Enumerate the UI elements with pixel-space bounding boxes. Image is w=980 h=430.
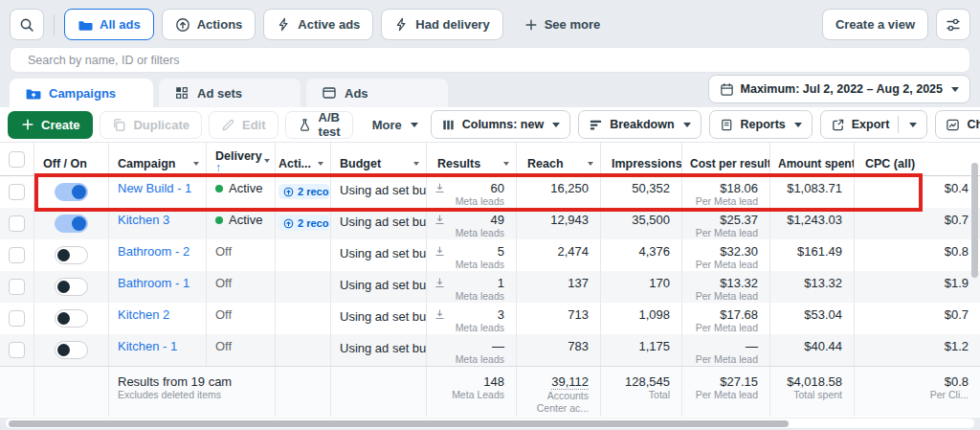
download-icon[interactable] [434,246,445,257]
amount-spent-value: $161.49 [770,244,842,259]
view-settings-button[interactable] [936,9,970,40]
create-button[interactable]: Create [8,111,93,139]
cost-per-result-value: — [682,339,758,353]
footer-reach[interactable]: 39,112 [551,374,589,390]
header-campaign[interactable]: Campaign [109,143,207,175]
active-dot-icon [215,216,223,224]
more-button[interactable]: More [360,111,431,139]
chevron-down-icon [683,123,691,127]
campaign-link[interactable]: Bathroom - 1 [118,276,189,290]
see-more-label: See more [545,17,601,32]
download-icon[interactable] [434,278,445,288]
reports-icon [720,118,734,132]
campaign-toggle[interactable] [55,183,88,201]
filter-had-delivery[interactable]: Had delivery [381,9,502,40]
campaign-link[interactable]: Bathroom - 2 [118,244,189,259]
campaign-link[interactable]: Kitchen 2 [118,307,169,322]
recommendations-badge[interactable]: 2 reco [278,184,330,199]
header-reach[interactable]: Reach [517,143,601,175]
more-label: More [372,118,402,132]
toggle-knob [72,216,86,231]
charts-button[interactable]: Charts [935,110,980,139]
plus-icon [21,118,34,131]
campaign-toggle[interactable] [55,278,88,296]
ab-test-button[interactable]: A/B test [285,111,353,139]
sort-caret-icon [503,162,509,166]
recommendations-badge[interactable]: 2 reco [278,215,330,231]
download-icon[interactable] [434,215,445,225]
chevron-down-icon [552,123,560,127]
budget-value: Using ad set bu... [340,183,427,197]
actions-bar: Create Duplicate Edit A/B test More Colu… [0,107,980,143]
header-off-on: Off / On [34,143,109,175]
row-checkbox[interactable] [9,215,25,232]
filter-all-ads[interactable]: All ads [64,9,154,40]
reports-button[interactable]: Reports [709,110,813,139]
search-button[interactable] [10,9,44,40]
campaign-link[interactable]: Kitchen 3 [118,213,169,227]
campaign-link[interactable]: New Build - 1 [118,181,191,195]
toggle-knob [72,185,86,199]
download-icon[interactable] [434,309,445,320]
reach-value: 137 [517,276,589,290]
filter-actions[interactable]: Actions [162,9,256,40]
tab-ads-label: Ads [345,86,368,101]
table-row: Kitchen 2 Off Using ad set bu... 3 Meta … [0,303,980,334]
reports-label: Reports [741,118,786,131]
chevron-down-icon[interactable] [909,123,917,127]
date-range-button[interactable]: Maximum: Jul 2, 2022 – Aug 2, 2025 [708,75,970,103]
download-icon[interactable] [434,183,445,193]
select-all-checkbox[interactable] [9,151,25,168]
row-checkbox[interactable] [9,247,25,263]
campaign-toggle[interactable] [55,341,88,359]
row-checkbox[interactable] [9,279,25,295]
footer-amount-spent: $4,018.58 [770,374,842,389]
sort-caret-icon [318,162,323,166]
tab-campaigns[interactable]: Campaigns [10,79,153,107]
table-row: Kitchen - 1 Off Using ad set bu... — Met… [0,334,980,366]
search-input[interactable] [10,47,970,73]
header-actions[interactable]: Acti... [276,143,331,175]
columns-button[interactable]: Columns: new [431,110,570,139]
chevron-down-icon [411,123,418,127]
header-amount-spent[interactable]: Amount spent [770,143,855,175]
tab-campaigns-label: Campaigns [49,86,116,101]
tabs-row: Campaigns Ad sets Ads Maximum: Jul 2, 20… [0,73,980,107]
vertical-scrollbar[interactable] [971,163,978,278]
row-checkbox[interactable] [9,184,25,200]
header-cpc[interactable]: CPC (all) [855,143,980,175]
see-more-button[interactable]: See more [511,9,614,40]
row-checkbox[interactable] [9,310,25,327]
export-button-group[interactable]: Export [820,110,928,139]
footer-subtitle: Excludes deleted items [118,389,206,401]
sort-caret-icon [193,162,199,166]
breakdown-button[interactable]: Breakdown [578,110,701,139]
tab-ad-sets[interactable]: Ad sets [159,79,301,107]
duplicate-icon [112,118,126,132]
horizontal-scrollbar-thumb[interactable] [9,420,789,427]
duplicate-button[interactable]: Duplicate [100,111,202,139]
filter-active-ads[interactable]: Active ads [263,9,373,40]
header-delivery[interactable]: Delivery↑ [207,143,276,175]
reach-value: 12,943 [517,213,589,227]
cpc-value: $1.9 [855,276,969,290]
campaign-link[interactable]: Kitchen - 1 [118,339,177,353]
edit-button[interactable]: Edit [209,111,278,139]
header-results[interactable]: Results [427,143,517,175]
header-impressions[interactable]: Impressions [601,143,682,175]
impressions-value: 1,175 [601,339,670,353]
circle-arrow-icon [283,218,294,229]
header-cost-per-result[interactable]: Cost per result [682,143,770,175]
breakdown-label: Breakdown [610,118,674,131]
horizontal-scrollbar-track[interactable] [6,419,974,428]
cpc-value: $0.8 [855,244,969,259]
cpc-value: $0.7 [855,213,969,227]
campaign-toggle[interactable] [55,215,88,233]
tab-ads[interactable]: Ads [306,79,448,107]
create-view-button[interactable]: Create a view [822,9,928,40]
header-budget[interactable]: Budget [331,143,427,175]
sort-caret-icon [264,159,270,163]
campaign-toggle[interactable] [55,246,88,264]
row-checkbox[interactable] [9,342,25,358]
campaign-toggle[interactable] [55,309,88,328]
